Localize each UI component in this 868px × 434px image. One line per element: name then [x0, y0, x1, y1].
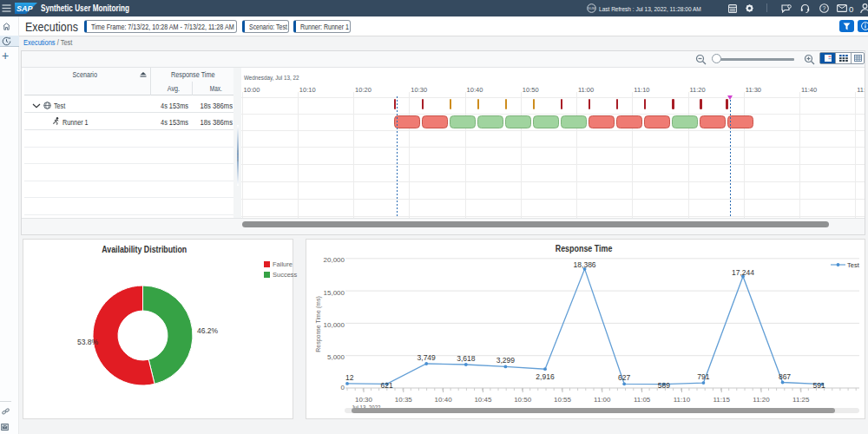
svg-text:SAP: SAP	[16, 4, 34, 13]
svg-text:?: ?	[823, 5, 826, 11]
svg-text:SUM: SUM	[588, 6, 595, 10]
